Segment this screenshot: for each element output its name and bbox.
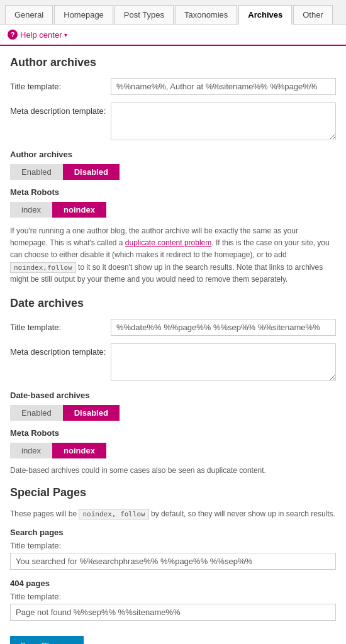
date-toggle-label: Date-based archives	[10, 391, 336, 400]
author-noindex-code: noindex,follow	[10, 262, 76, 273]
author-meta-desc-row: Meta description template:	[10, 103, 336, 142]
date-enabled-btn[interactable]: Enabled	[10, 405, 63, 421]
author-disabled-btn[interactable]: Disabled	[63, 164, 120, 180]
tab-post-types[interactable]: Post Types	[114, 5, 174, 24]
special-pages-desc-before: These pages will be	[10, 509, 79, 518]
help-icon: ?	[8, 30, 18, 40]
author-meta-desc-label: Meta description template:	[10, 103, 111, 116]
help-dropdown-icon: ▾	[64, 31, 67, 38]
date-meta-desc-row: Meta description template:	[10, 343, 336, 383]
author-enabled-btn[interactable]: Enabled	[10, 164, 63, 180]
date-archives-title: Date archives	[10, 297, 336, 310]
date-title-template-input-wrap	[111, 319, 336, 336]
author-meta-robots-label: Meta Robots	[10, 187, 336, 197]
author-index-btn[interactable]: index	[10, 202, 52, 218]
search-title-template-input[interactable]	[10, 553, 336, 570]
special-pages-desc-after: by default, so they will never show up i…	[149, 509, 335, 518]
author-archives-toggle: Enabled Disabled	[10, 164, 336, 180]
date-title-template-input[interactable]	[111, 319, 336, 336]
author-title-template-input-wrap	[111, 78, 336, 95]
404-title-template-label: Title template:	[10, 592, 336, 601]
date-disabled-btn[interactable]: Disabled	[63, 405, 120, 421]
special-pages-desc: These pages will be noindex, follow by d…	[10, 508, 336, 520]
author-meta-desc-input-wrap	[111, 103, 336, 142]
date-info-text: Date-based archives could in some cases …	[10, 466, 336, 475]
date-meta-robots-toggle: index noindex	[10, 443, 336, 458]
author-toggle-label: Author archives	[10, 150, 336, 159]
search-pages-label: Search pages	[10, 528, 336, 537]
special-pages-code: noindex, follow	[79, 509, 148, 519]
date-meta-desc-input-wrap	[111, 343, 336, 383]
help-center-link[interactable]: Help center	[20, 30, 62, 40]
date-index-btn[interactable]: index	[10, 443, 52, 458]
author-archives-section: Author archives Title template: Meta des…	[10, 56, 336, 286]
special-pages-section: Special Pages These pages will be noinde…	[10, 486, 336, 630]
date-meta-desc-textarea[interactable]	[111, 343, 336, 381]
tabs-bar: General Homepage Post Types Taxonomies A…	[0, 0, 346, 25]
date-meta-robots-label: Meta Robots	[10, 428, 336, 438]
search-title-template-label: Title template:	[10, 541, 336, 550]
author-title-template-label: Title template:	[10, 78, 111, 91]
author-duplicate-content-link[interactable]: duplicate content problem	[125, 238, 211, 247]
404-pages-label: 404 pages	[10, 579, 336, 588]
tab-other[interactable]: Other	[293, 5, 333, 24]
date-archives-toggle: Enabled Disabled	[10, 405, 336, 421]
date-meta-desc-label: Meta description template:	[10, 343, 111, 357]
date-archives-section: Date archives Title template: Meta descr…	[10, 297, 336, 475]
date-title-template-row: Title template:	[10, 319, 336, 336]
tab-archives[interactable]: Archives	[238, 5, 292, 25]
author-archives-title: Author archives	[10, 56, 336, 69]
date-title-template-label: Title template:	[10, 319, 111, 332]
tab-general[interactable]: General	[5, 5, 53, 24]
author-meta-desc-textarea[interactable]	[111, 103, 336, 140]
date-noindex-btn[interactable]: noindex	[52, 443, 106, 458]
special-pages-title: Special Pages	[10, 486, 336, 499]
tab-taxonomies[interactable]: Taxonomies	[175, 5, 237, 24]
author-noindex-btn[interactable]: noindex	[52, 202, 106, 218]
author-info-text: If you're running a one author blog, the…	[10, 225, 336, 286]
author-meta-robots-toggle: index noindex	[10, 202, 336, 218]
save-changes-button[interactable]: Save Changes	[10, 636, 84, 644]
tab-homepage[interactable]: Homepage	[54, 5, 113, 24]
author-title-template-row: Title template:	[10, 78, 336, 95]
404-title-template-input[interactable]	[10, 604, 336, 621]
main-content: Author archives Title template: Meta des…	[0, 46, 346, 644]
help-bar[interactable]: ? Help center ▾	[0, 25, 346, 46]
author-title-template-input[interactable]	[111, 78, 336, 95]
